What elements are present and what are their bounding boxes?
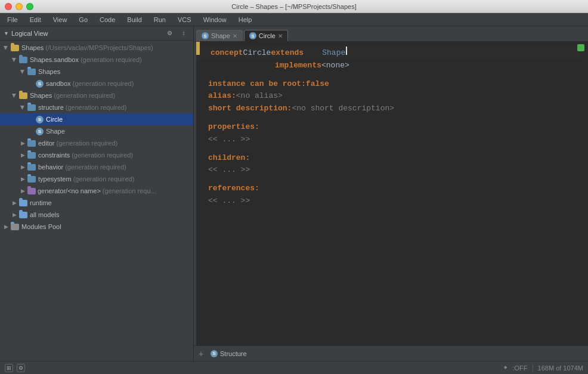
menu-edit[interactable]: Edit	[27, 15, 44, 24]
sidebar-item-sandbox[interactable]: S sandbox (generation required)	[0, 78, 193, 89]
blank-line-3	[208, 146, 581, 152]
concept-icon-circle: S	[36, 116, 44, 123]
menu-go[interactable]: Go	[76, 15, 90, 24]
minimize-button[interactable]	[16, 3, 23, 10]
expand-arrow-structure[interactable]: ▶	[19, 104, 26, 111]
editor-line-implements: implements <none>	[208, 60, 581, 72]
sidebar-item-circle[interactable]: S Circle	[0, 113, 193, 125]
blank-line-1	[208, 72, 581, 78]
bottom-tab-structure-label: Structure	[220, 350, 247, 357]
arrow-typesystem[interactable]: ▶	[19, 175, 26, 183]
tab-circle-close[interactable]: ✕	[278, 33, 283, 39]
sidebar-item-runtime[interactable]: ▶ runtime	[0, 197, 193, 209]
window-controls[interactable]	[5, 3, 33, 10]
folder-icon-shapes	[27, 69, 36, 75]
sidebar-item-generator[interactable]: ▶ generator/<no name> (generation requ..…	[0, 185, 193, 197]
status-left: ⊞ ⚙	[5, 364, 25, 372]
arrow-behavior[interactable]: ▶	[19, 163, 26, 171]
folder-icon-typesystem	[27, 176, 36, 183]
tab-shape-close[interactable]: ✕	[233, 33, 237, 39]
sidebar-tree: ▶ Shapes (/Users/vaclav/MPSProjects/Shap…	[0, 41, 193, 361]
editor-line-concept: concept Circle extends Shape	[194, 47, 581, 60]
expand-arrow-shapes-gen[interactable]: ▶	[11, 92, 18, 99]
menu-run[interactable]: Run	[151, 15, 168, 24]
menu-file[interactable]: File	[5, 15, 20, 24]
menu-bar: File Edit View Go Code Build Run VCS Win…	[0, 13, 588, 26]
expand-arrow-shapes-root[interactable]: ▶	[2, 44, 10, 51]
sidebar-item-typesystem[interactable]: ▶ typesystem (generation required)	[0, 173, 193, 185]
menu-help[interactable]: Help	[236, 15, 255, 24]
sidebar-item-shapes-gen[interactable]: ▶ Shapes (generation required)	[0, 89, 193, 101]
arrow-all-models[interactable]: ▶	[11, 211, 18, 218]
status-off: :OFF	[513, 364, 528, 372]
green-status-indicator	[577, 44, 584, 51]
menu-view[interactable]: View	[51, 15, 70, 24]
folder-icon-modules-pool	[11, 224, 19, 230]
editor-line-properties: properties:	[208, 121, 581, 134]
arrow-constraints[interactable]: ▶	[19, 152, 26, 159]
close-button[interactable]	[5, 3, 12, 10]
editor-line-references-placeholder: << ... >>	[208, 195, 581, 208]
tab-icon-circle: S	[249, 32, 256, 39]
menu-vcs[interactable]: VCS	[175, 15, 194, 24]
status-memory: 168M of 1074M	[538, 364, 583, 372]
sidebar-item-constraints[interactable]: ▶ constraints (generation required)	[0, 149, 193, 161]
sidebar-item-all-models[interactable]: ▶ all models	[0, 209, 193, 221]
sidebar-item-structure[interactable]: ▶ structure (generation required)	[0, 101, 193, 113]
folder-icon-shapes-root	[11, 45, 19, 51]
blank-line-4	[208, 177, 581, 183]
sidebar-item-editor[interactable]: ▶ editor (generation required)	[0, 137, 193, 149]
sidebar-item-behavior[interactable]: ▶ behavior (generation required)	[0, 161, 193, 173]
arrow-generator[interactable]: ▶	[19, 187, 26, 194]
tab-icon-shape: S	[202, 32, 209, 39]
editor-area[interactable]: concept Circle extends Shape implements …	[194, 42, 588, 345]
sidebar-item-shapes-folder[interactable]: ▶ Shapes	[0, 66, 193, 78]
folder-icon-editor	[27, 140, 36, 147]
folder-icon-all-models	[19, 212, 27, 218]
sidebar-item-shapes-sandbox[interactable]: ▶ Shapes.sandbox (generation required)	[0, 54, 193, 66]
sidebar-item-shapes-root[interactable]: ▶ Shapes (/Users/vaclav/MPSProjects/Shap…	[0, 42, 193, 54]
folder-icon-constraints	[27, 152, 36, 159]
menu-window[interactable]: Window	[201, 15, 229, 24]
folder-icon-shapes-sandbox	[19, 57, 27, 63]
sidebar-item-shape[interactable]: S Shape	[0, 125, 193, 137]
sidebar-item-modules-pool[interactable]: ▶ Modules Pool	[0, 221, 193, 233]
editor-line-children-placeholder: << ... >>	[208, 164, 581, 177]
tab-circle[interactable]: S Circle ✕	[244, 30, 288, 41]
maximize-button[interactable]	[26, 3, 33, 10]
arrow-editor[interactable]: ▶	[19, 140, 26, 147]
blank-line-2	[208, 115, 581, 121]
bottom-tab-bar: + S Structure	[194, 345, 588, 361]
sidebar-settings-button[interactable]: ⚙	[163, 27, 175, 39]
concept-icon-sandbox: S	[36, 80, 44, 88]
status-mode: ✦	[503, 364, 508, 372]
text-cursor	[346, 47, 347, 55]
arrow-modules-pool[interactable]: ▶	[2, 223, 10, 230]
bottom-tab-structure[interactable]: S Structure	[206, 349, 252, 358]
status-icon-right: ⚙	[17, 364, 25, 372]
bottom-add-button[interactable]: +	[196, 349, 206, 358]
status-icon-left: ⊞	[5, 364, 13, 372]
folder-icon-behavior	[27, 164, 36, 171]
tab-shape[interactable]: S Shape ✕	[196, 30, 243, 41]
concept-icon-shape: S	[36, 128, 44, 135]
arrow-runtime[interactable]: ▶	[11, 199, 18, 206]
expand-arrow-shapes-folder[interactable]: ▶	[19, 68, 26, 75]
tab-circle-label: Circle	[259, 32, 276, 39]
status-divider	[533, 364, 533, 372]
sidebar-sort-button[interactable]: ↕	[178, 27, 190, 39]
editor-line-shortdesc: short description: <no short description…	[208, 103, 581, 115]
editor-line-children: children:	[208, 152, 581, 165]
concept-indicator	[196, 42, 200, 55]
menu-build[interactable]: Build	[125, 15, 144, 24]
status-right: ✦ :OFF 168M of 1074M	[503, 364, 584, 372]
editor-line-alias: alias: <no alias>	[208, 90, 581, 103]
status-bar: ⊞ ⚙ ✦ :OFF 168M of 1074M	[0, 361, 588, 374]
menu-code[interactable]: Code	[97, 15, 117, 24]
expand-arrow-shapes-sandbox[interactable]: ▶	[11, 56, 18, 63]
editor-panel: S Shape ✕ S Circle ✕ concept Cir	[194, 26, 588, 361]
window-title: Circle – Shapes – [~/MPSProjects/Shapes]	[231, 3, 356, 10]
no-arrow-sandbox	[27, 80, 35, 87]
sidebar: ▼ Logical View ⚙ ↕ ▶ Shapes (/Users/vacl…	[0, 26, 194, 361]
bottom-tab-structure-icon: S	[211, 350, 218, 357]
